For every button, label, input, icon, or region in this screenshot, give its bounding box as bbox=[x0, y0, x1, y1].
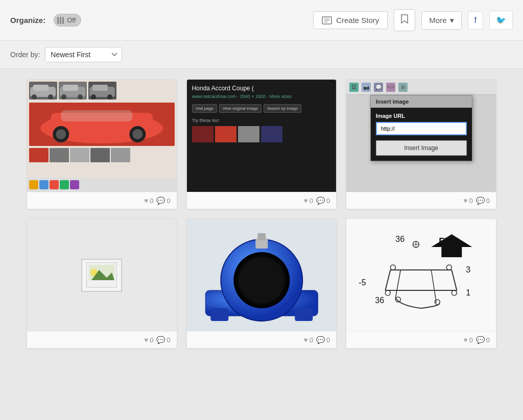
image-url-input[interactable] bbox=[376, 122, 467, 135]
card-3-comments-count: 0 bbox=[486, 197, 490, 205]
comment-icon-4: 💬 bbox=[156, 336, 165, 344]
svg-rect-13 bbox=[92, 85, 108, 91]
dialog-field-label: Image URL bbox=[376, 113, 467, 119]
facebook-button[interactable]: f bbox=[468, 11, 483, 30]
order-label: Order by: bbox=[10, 51, 40, 59]
thumb-mini-2 bbox=[50, 148, 69, 162]
bookmark-icon bbox=[400, 14, 409, 24]
visit-page-btn: Visit page bbox=[192, 104, 217, 113]
heart-icon-2: ♥ bbox=[304, 196, 308, 205]
svg-point-53 bbox=[435, 300, 440, 305]
card-6-image[interactable]: FR. 36 bbox=[346, 219, 496, 331]
card-6: FR. 36 bbox=[346, 218, 496, 349]
create-story-button[interactable]: Create Story bbox=[313, 11, 388, 29]
card-4-image[interactable] bbox=[27, 219, 177, 331]
svg-point-15 bbox=[107, 94, 112, 100]
create-story-icon bbox=[322, 16, 332, 24]
comment-icon-3: 💬 bbox=[476, 196, 485, 205]
card-1-comments: 💬 0 bbox=[156, 196, 170, 205]
thumb-mini-4 bbox=[90, 148, 110, 162]
comment-icon-6: 💬 bbox=[476, 336, 485, 344]
comment-icon-1: 💬 bbox=[156, 196, 165, 205]
svg-point-48 bbox=[391, 265, 396, 270]
taskbar-icon-2 bbox=[39, 180, 49, 189]
heart-icon-6: ♥ bbox=[463, 336, 467, 344]
tb-icon-2: 📷 bbox=[362, 83, 371, 92]
card2-try-text: Try these too: bbox=[192, 118, 331, 123]
svg-point-14 bbox=[91, 94, 96, 100]
card-5-comments: 💬 0 bbox=[316, 336, 330, 344]
image-grid: ♥ 0 💬 0 Honda Accord Coupe ( www.netcars… bbox=[16, 69, 507, 359]
svg-point-10 bbox=[61, 94, 66, 100]
svg-rect-30 bbox=[295, 308, 313, 321]
card-1-likes-count: 0 bbox=[150, 197, 153, 205]
card-5-likes: ♥ 0 bbox=[304, 336, 314, 344]
card-3-footer: ♥ 0 💬 0 bbox=[346, 192, 496, 209]
svg-point-33 bbox=[239, 257, 284, 303]
card1-top-row bbox=[27, 80, 177, 102]
card-5-image[interactable] bbox=[187, 219, 337, 331]
card5-product bbox=[187, 219, 337, 331]
tb-icon-3: 💬 bbox=[374, 83, 383, 92]
card-2-footer: ♥ 0 💬 0 bbox=[187, 192, 337, 209]
card-2-image[interactable]: Honda Accord Coupe ( www.netcarshow.com … bbox=[187, 80, 337, 192]
card-4-comments: 💬 0 bbox=[156, 336, 170, 344]
tb-icon-4: </> bbox=[386, 83, 395, 92]
product-svg bbox=[187, 219, 337, 331]
more-button[interactable]: More ▾ bbox=[421, 11, 461, 30]
heart-icon-4: ♥ bbox=[144, 336, 148, 344]
car-svg-3 bbox=[88, 82, 116, 100]
dark-thumb-2 bbox=[215, 126, 236, 142]
comment-icon-5: 💬 bbox=[316, 336, 325, 344]
card-3-comments: 💬 0 bbox=[476, 196, 490, 205]
card-4-likes: ♥ 0 bbox=[144, 336, 154, 344]
card-5-likes-count: 0 bbox=[310, 336, 313, 344]
chevron-down-icon: ▾ bbox=[450, 16, 454, 25]
thumb-mini-5 bbox=[111, 148, 130, 162]
dialog-insert-button[interactable]: Insert Image bbox=[376, 140, 467, 156]
heart-icon-1: ♥ bbox=[144, 196, 148, 205]
card-3-image[interactable]: 🖼 📷 💬 </> ⊞ Insert image Image URL Inser… bbox=[346, 80, 496, 192]
card-1-image[interactable] bbox=[27, 80, 177, 192]
dialog-title: Insert image bbox=[371, 95, 472, 108]
diagram-svg: FR. 36 bbox=[346, 219, 496, 331]
tb-icon-5: ⊞ bbox=[398, 83, 408, 92]
bookmark-button[interactable] bbox=[394, 9, 415, 31]
card3-toolbar: 🖼 📷 💬 </> ⊞ bbox=[346, 80, 496, 95]
svg-rect-35 bbox=[257, 233, 266, 240]
dark-thumb-1 bbox=[192, 126, 213, 142]
heart-icon-3: ♥ bbox=[463, 196, 467, 205]
taskbar-icon-4 bbox=[60, 180, 69, 189]
svg-point-23 bbox=[132, 129, 142, 139]
taskbar-icon-1 bbox=[29, 180, 38, 189]
more-label: More bbox=[429, 16, 446, 24]
order-select[interactable]: Newest First Oldest First Most Liked Mos… bbox=[45, 47, 122, 62]
card2-buttons: Visit page View original image Search by… bbox=[192, 104, 331, 113]
dark-thumb-4 bbox=[261, 126, 282, 142]
card-2: Honda Accord Coupe ( www.netcarshow.com … bbox=[186, 79, 337, 209]
card-6-comments-count: 0 bbox=[486, 336, 490, 344]
card-5-footer: ♥ 0 💬 0 bbox=[187, 331, 337, 348]
car-svg-1 bbox=[29, 82, 57, 100]
order-bar: Order by: Newest First Oldest First Most… bbox=[0, 41, 523, 69]
twitter-button[interactable]: 🐦 bbox=[489, 11, 513, 30]
card3-screenshot: 🖼 📷 💬 </> ⊞ Insert image Image URL Inser… bbox=[346, 80, 496, 192]
tb-image-icon: 🖼 bbox=[349, 83, 359, 92]
toggle-bar-3 bbox=[62, 17, 64, 24]
card1-thumbs-row bbox=[27, 147, 177, 163]
card-4-footer: ♥ 0 💬 0 bbox=[27, 331, 177, 348]
card1-screenshot bbox=[27, 80, 177, 192]
card-2-comments-count: 0 bbox=[326, 197, 330, 205]
main-car-svg bbox=[29, 103, 175, 146]
organize-toggle[interactable]: Off bbox=[54, 14, 81, 27]
card-3-likes: ♥ 0 bbox=[463, 196, 473, 205]
card4-placeholder bbox=[27, 219, 177, 331]
svg-line-46 bbox=[396, 270, 401, 298]
heart-icon-5: ♥ bbox=[304, 336, 308, 344]
svg-point-50 bbox=[386, 290, 391, 295]
view-original-btn: View original image bbox=[219, 104, 262, 113]
card-6-footer: ♥ 0 💬 0 bbox=[346, 331, 496, 348]
card-1: ♥ 0 💬 0 bbox=[27, 79, 177, 209]
facebook-label: f bbox=[474, 16, 477, 24]
card-5-comments-count: 0 bbox=[326, 336, 330, 344]
